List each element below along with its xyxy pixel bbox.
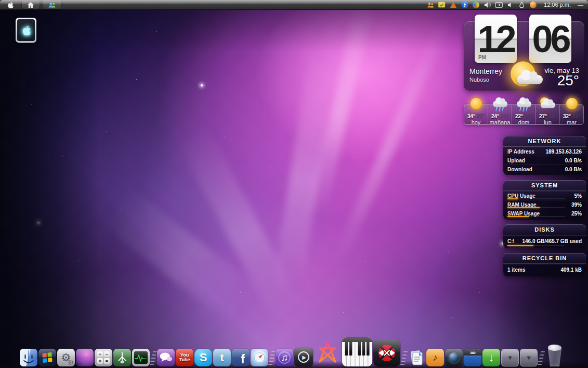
home-icon — [27, 2, 34, 8]
dock-activity-monitor-icon[interactable] — [132, 349, 150, 366]
disks-widget[interactable]: DISKS C:\146.0 GB/465.7 GB used — [503, 224, 586, 248]
tray-swirl-icon[interactable] — [472, 1, 480, 9]
dock-itunes-icon[interactable]: ♫ — [276, 349, 293, 366]
row-value: 146.0 GB/465.7 GB used — [522, 238, 582, 244]
play-icon: ▶ — [298, 351, 309, 363]
facebook-letter: f — [241, 352, 245, 366]
swap-usage-bar — [507, 216, 529, 217]
dock-documents-stack-icon[interactable] — [408, 349, 425, 366]
dock-piano-icon[interactable] — [342, 337, 372, 366]
dock-skype-icon[interactable]: S — [194, 349, 212, 366]
network-widget[interactable]: NETWORK IP Address189.153.63.126 Upload0… — [503, 136, 586, 175]
hour-digits: 12 — [477, 18, 514, 60]
forecast-day-mar[interactable]: 32° 21° mar — [560, 105, 583, 124]
tray-droplet-icon[interactable] — [518, 1, 526, 9]
system-widget[interactable]: SYSTEM CPU Usage5% RAM Usage39% SWAP Usa… — [503, 180, 586, 220]
youtube-label: Tube — [179, 358, 190, 362]
tray-overflow-dash[interactable]: — — [578, 2, 585, 8]
users-icon — [48, 2, 56, 8]
tray-speaker-icon[interactable] — [506, 1, 514, 9]
finder-face — [20, 349, 37, 366]
heartbeat-screen — [134, 351, 148, 364]
forecast-day-manana[interactable]: 24° 21° mañana — [488, 105, 512, 124]
dock-grabber-icon[interactable] — [113, 349, 131, 366]
row-value: 409.1 kB — [560, 267, 582, 273]
dock-stack-icon[interactable]: ▾ — [520, 349, 538, 366]
bright-star — [201, 84, 203, 86]
low-temp: 21° — [501, 113, 508, 119]
dock-downloads-icon[interactable]: ↓ — [482, 349, 500, 366]
dock-stack-icon[interactable]: ▾ — [501, 349, 519, 366]
row-label: CPU Usage — [507, 193, 535, 199]
flip-card-minute: 06 — [529, 15, 571, 63]
low-temp: 19° — [525, 113, 532, 119]
row-value: 25% — [571, 211, 582, 217]
tray-users-icon[interactable] — [426, 1, 434, 9]
dock-traktor-icon[interactable] — [373, 339, 400, 366]
sun-icon — [467, 97, 485, 112]
desktop-drive-icon[interactable] — [16, 18, 36, 43]
dock-windows-icon[interactable] — [38, 349, 56, 366]
disk-row: C:\146.0 GB/465.7 GB used — [503, 235, 586, 247]
tray-bolt-icon[interactable] — [461, 1, 468, 9]
down-arrow-icon: ↓ — [489, 351, 494, 364]
dock-youtube-icon[interactable]: You Tube — [176, 349, 193, 366]
ram-usage-bar — [507, 207, 540, 208]
zune-logo — [315, 339, 341, 366]
home-menu-button[interactable] — [22, 1, 40, 9]
skype-letter: S — [200, 351, 207, 364]
dock-chat-icon[interactable] — [157, 349, 175, 366]
dock-system-preferences-icon[interactable]: ⚙⚙ — [57, 349, 75, 366]
recycle-bin-title: RECYCLE BIN — [503, 253, 586, 264]
disks-title: DISKS — [503, 224, 586, 235]
dock-calculator-icon[interactable]: +−×= — [95, 349, 112, 366]
system-row: SWAP Usage25% — [503, 209, 586, 218]
dock-zune-icon[interactable] — [314, 338, 341, 366]
compass-icon — [252, 350, 267, 365]
tray-cone-icon[interactable] — [449, 1, 457, 9]
menu-bar-clock[interactable]: 12:06 p.m. — [541, 2, 574, 8]
tray-display-icon[interactable] — [495, 1, 503, 9]
row-value: 5% — [574, 193, 582, 199]
temperature-label: 25° — [557, 72, 579, 89]
chevron-down-icon: ▾ — [508, 353, 512, 362]
system-tray: 12:06 p.m. — — [426, 0, 588, 9]
dock-facebook-icon[interactable]: f — [232, 349, 250, 366]
dock-media-player-icon[interactable]: ▶ — [294, 348, 313, 366]
aurora-beam — [177, 124, 304, 323]
aurora-beam — [99, 185, 259, 325]
claw-icon — [115, 350, 129, 365]
apple-icon — [7, 1, 14, 9]
dock-twitter-icon[interactable]: t — [213, 349, 231, 366]
forecast-day-lun[interactable]: 27° 20° lun — [536, 105, 560, 124]
dock-safari-icon[interactable] — [251, 349, 268, 366]
music-note-icon: ♪ — [433, 352, 438, 363]
bright-star — [37, 222, 40, 224]
desktop: 12:06 p.m. — 12 PM 06 Monterrey Nuboso v… — [0, 0, 588, 368]
forecast-day-dom[interactable]: 22° 19° dom — [512, 105, 536, 124]
tray-ball-icon[interactable] — [529, 1, 537, 9]
apple-menu-button[interactable] — [0, 0, 20, 9]
dock-movies-stack-icon[interactable]: »» — [464, 349, 481, 366]
trash-paper — [548, 345, 561, 351]
dock-trash-icon[interactable] — [545, 345, 565, 366]
clock-widget[interactable]: 12 PM 06 Monterrey Nuboso vie, may 13 25… — [464, 15, 584, 91]
dock-desktop-preferences-icon[interactable] — [76, 349, 94, 366]
row-label: IP Address — [507, 149, 534, 155]
row-label: 1 items — [507, 267, 525, 273]
city-label: Monterrey — [469, 67, 502, 75]
chevron-down-icon: ▾ — [527, 353, 531, 362]
dock-music-stack-icon[interactable]: ♪ — [426, 349, 444, 366]
system-row: CPU Usage5% — [503, 191, 586, 200]
tray-volume-icon[interactable] — [484, 1, 491, 9]
users-menu-button[interactable] — [43, 1, 61, 9]
piano-keys — [342, 337, 372, 366]
dock-camera-icon[interactable] — [445, 349, 463, 366]
recycle-bin-widget[interactable]: RECYCLE BIN 1 items409.1 kB — [503, 253, 586, 276]
tray-update-check-icon[interactable] — [438, 1, 446, 9]
row-label: RAM Usage — [507, 202, 537, 208]
low-temp: 20° — [548, 113, 556, 119]
forecast-day-hoy[interactable]: 34° 22° hoy — [464, 105, 488, 124]
high-temp: 32° — [563, 113, 571, 119]
dock-finder-icon[interactable] — [20, 349, 37, 366]
